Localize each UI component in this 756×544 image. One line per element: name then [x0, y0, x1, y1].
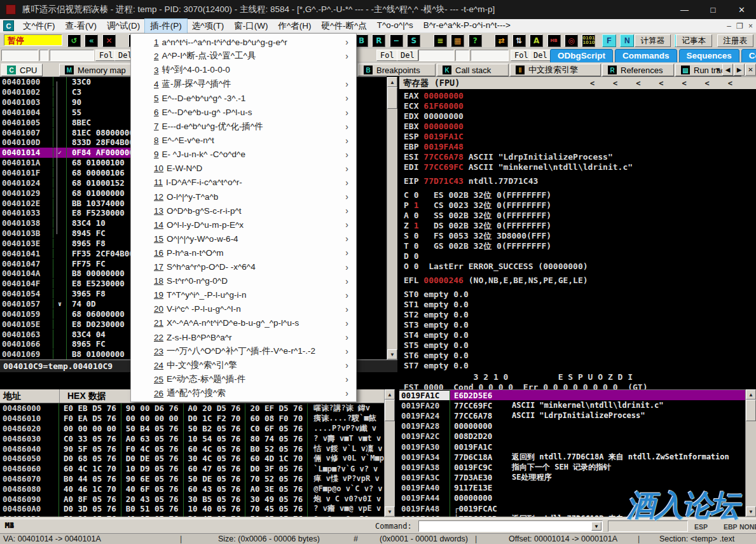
plugin-menu-item[interactable]: 14 O^l-l-y-D^u-m-p-E^x ›: [131, 218, 356, 232]
register-row[interactable]: EDX 00000000: [404, 111, 756, 122]
tab-chinese-search[interactable]: ‖ 中文搜索引擎: [510, 64, 601, 76]
menu-item[interactable]: T^o-o^|^s: [372, 19, 418, 33]
script-tab[interactable]: Sequences: [679, 49, 739, 63]
stack-row[interactable]: 0019FA44 00000000: [399, 493, 745, 503]
follow-button[interactable]: Fol: [95, 50, 117, 61]
hex-dump-row[interactable]: 00486090 A0 8F 05 76 20 43 05 76 30 B5 0…: [0, 494, 384, 504]
stack-row[interactable]: 0019FA28 00000000: [399, 421, 745, 431]
plugin-menu-item[interactable]: 4 蓝-屏-探^寻^插^件 ›: [131, 77, 356, 91]
menu-item[interactable]: B^r-e^a^k-P-o^i-n^t--->: [418, 19, 516, 33]
hex-dump-row[interactable]: 00486070 B0 44 05 76 90 6E 05 76 50 DE 0…: [0, 474, 384, 484]
scroll-down-icon[interactable]: ▼: [385, 506, 395, 517]
plugin-menu-item[interactable]: 20 V-i^c^ -P-l-u-g^-^I-n ›: [131, 302, 356, 316]
register-row[interactable]: EDI 77CC69FC ASCII "minkernel\ntdll\ldri…: [404, 162, 756, 172]
plugin-menu-item[interactable]: 13 O^D^b-g^S-c-r-i-p^t ›: [131, 204, 356, 218]
menu-item[interactable]: 调^试(D): [102, 19, 145, 33]
breakpoints-window-icon[interactable]: B: [355, 34, 368, 47]
flag-row[interactable]: S 0 FS 0053 32位 3D8000(FFF): [404, 231, 756, 241]
plugin-menu-item[interactable]: 21 X^-^A^A-n^t^i^D^e-b-u-g^_^p-l^u-s ›: [131, 316, 356, 330]
hex-dump-row[interactable]: 00486030 C0 33 05 76 A0 63 05 76 10 54 0…: [0, 433, 384, 443]
mdi-restore-button[interactable]: ❐: [734, 22, 745, 31]
stack-pane[interactable]: 0019FA1C E6D2D5E6 0019FA20 77CC69FC ASCI…: [399, 389, 745, 517]
fpu-register-row[interactable]: ST5 empty 0.0: [404, 340, 756, 351]
assemble-icon[interactable]: A: [530, 34, 543, 47]
flag-row[interactable]: P 1 CS 0023 32位 0(FFFFFFFF): [404, 200, 756, 211]
scroll-up-icon[interactable]: ▲: [387, 77, 397, 87]
scroll-up-icon[interactable]: ▲: [385, 389, 395, 400]
command-input[interactable]: ▼: [418, 520, 603, 532]
utility-button[interactable]: 记事本: [676, 34, 713, 47]
scroll-thumb[interactable]: [746, 400, 756, 421]
tab-prev-button[interactable]: ◀: [722, 64, 733, 76]
tab-breakpoints[interactable]: B Breakpoints: [358, 64, 436, 76]
hex-dump-row[interactable]: 00486020 00 00 00 00 50 B4 05 76 50 B2 0…: [0, 424, 384, 434]
stack-row[interactable]: 0019FA20 77CC69FC ASCII "minkernel\ntdll…: [399, 400, 745, 410]
tab-dropdown-icon[interactable]: ▼: [714, 64, 722, 76]
stack-row[interactable]: 0019FA48 ┌0019FCAC: [399, 503, 745, 513]
search-field[interactable]: [1, 50, 38, 61]
fpu-register-row[interactable]: ST1 empty 0.0: [404, 300, 756, 310]
grid-icon[interactable]: ▦: [451, 34, 464, 47]
script-tab[interactable]: Console: [741, 49, 756, 63]
fpu-register-row[interactable]: ST0 empty 0.0: [404, 289, 756, 300]
plugin-menu-item[interactable]: 9 E- ^J-u-n-k^ -C^o^d^e ›: [131, 148, 356, 162]
plugin-menu-item[interactable]: 6 E^--D^e^b-u-g^ -P^l-u-s ›: [131, 105, 356, 119]
plugin-menu-item[interactable]: 8 E^-^E-v^e-n^t ›: [131, 134, 356, 148]
fpu-register-row[interactable]: ST3 empty 0.0: [404, 320, 756, 330]
register-row[interactable]: ESP 0019FA1C: [404, 132, 756, 142]
register-row[interactable]: EIP 77D71C43 ntdll.77D71C43: [404, 176, 756, 186]
follow-button[interactable]: Fol: [376, 50, 398, 61]
search-field[interactable]: [471, 50, 509, 61]
plugin-menu-item[interactable]: 15 O^|^|^y-W^o-w-6-4 ›: [131, 232, 356, 246]
scroll-up-icon[interactable]: ▲: [746, 389, 756, 400]
help-icon[interactable]: ?: [469, 34, 482, 47]
flag-row[interactable]: O 0 LastErr ERROR_SUCCESS (00000000): [404, 262, 756, 272]
plugin-menu-item[interactable]: 7 E---d-e^b^u^g-优^化-插^件 ›: [131, 120, 356, 134]
chevron-down-icon[interactable]: ▼: [591, 522, 601, 531]
swap-arrows-icon[interactable]: ⇄: [495, 34, 508, 47]
stack-row[interactable]: 0019FA34 77D6C18A 返回到 ntdll.77D6C18A 来自 …: [399, 452, 745, 462]
register-row[interactable]: EBP 0019FA48: [404, 142, 756, 152]
disassembly-scrollbar[interactable]: ▲ ▼: [387, 77, 397, 359]
plugin-menu-item[interactable]: 11 I-D^A^F-i-c^a^t^o^r- ›: [131, 176, 356, 190]
plugin-menu-item[interactable]: 17 S^h^a^r^p-O^D- -x^6^4 ›: [131, 260, 356, 274]
stack-row[interactable]: 0019FA24 77CC6A78 ASCII "LdrpInitializeP…: [399, 410, 745, 421]
fpu-register-row[interactable]: ST2 empty 0.0: [404, 310, 756, 320]
utility-button[interactable]: 注册表: [717, 34, 754, 47]
plugin-menu-item[interactable]: 26 通^配^符^搜^索 ›: [131, 386, 356, 400]
plugin-menu-item[interactable]: 3 转^到^4-0-1-0-0-0: [131, 63, 356, 77]
plugin-menu-item[interactable]: 22 Z-s-H-B^P^B^a^r ›: [131, 330, 356, 344]
hex-dump-row[interactable]: 00486060 60 4C 1C 70 10 D9 05 76 60 47 0…: [0, 464, 384, 474]
plugin-menu-item[interactable]: 25 E^动^态-标^题^插-件 ›: [131, 372, 356, 386]
menu-item[interactable]: 作^者(H): [273, 19, 316, 33]
hex-dump-row[interactable]: 00486000 E0 EB D5 76 90 00 D6 76 A0 20 D…: [0, 403, 384, 414]
tab-close-button[interactable]: ✕: [745, 64, 756, 76]
menu-item[interactable]: 文^件(F): [18, 19, 60, 33]
references-window-icon[interactable]: R: [372, 34, 385, 47]
hex-dump-row[interactable]: 00486010 F0 EA D5 76 00 00 00 00 D0 1C F…: [0, 414, 384, 424]
stack-row[interactable]: 0019FA30 0019FA1C: [399, 442, 745, 452]
hardware-breakpoint-icon[interactable]: HB: [547, 34, 561, 47]
script-tab[interactable]: ODbgScript: [550, 49, 613, 63]
plugin-menu-item[interactable]: 23 一^万^八^O^D^补^丁^插-件-V^e-r^1-.-2 ›: [131, 344, 356, 358]
menu-item[interactable]: 硬^件-断^点: [317, 19, 372, 33]
scroll-down-icon[interactable]: ▼: [746, 506, 756, 517]
hex-dump-pane[interactable]: 地址 HEX 数据 00486000 E0 EB D5 76 90 00 D6 …: [0, 389, 384, 517]
step-back-icon[interactable]: «: [85, 34, 98, 47]
maximize-button[interactable]: □: [699, 0, 727, 19]
fpu-register-row[interactable]: ST7 empty 0.0: [404, 361, 756, 371]
updown-arrows-icon[interactable]: ⇅: [512, 34, 526, 47]
stack-scrollbar[interactable]: ▲ ▼: [745, 389, 756, 517]
mdi-close-button[interactable]: ×: [745, 22, 756, 31]
scroll-down-icon[interactable]: ▼: [387, 349, 397, 359]
plugin-menu-item[interactable]: 19 T^T^y^i^_-P-l-u^g-i-n ›: [131, 288, 356, 302]
search-field-small[interactable]: [39, 50, 48, 61]
register-row[interactable]: EBX 00000000: [404, 122, 756, 132]
hex-dump-row[interactable]: 00486050 D0 68 05 76 D0 DE 05 76 30 4C 0…: [0, 454, 384, 464]
menu-item[interactable]: 窗-口(W): [229, 19, 273, 33]
stack-row[interactable]: 0019FA1C E6D2D5E6: [399, 390, 745, 400]
stack-row[interactable]: 0019FA40 9117E13E: [399, 483, 745, 493]
script-tab[interactable]: Commands: [615, 49, 677, 63]
plugin-menu-item[interactable]: 2 A^P-I^断-点-设^置^工^具 ›: [131, 49, 356, 63]
restart-icon[interactable]: ↺: [67, 34, 81, 47]
